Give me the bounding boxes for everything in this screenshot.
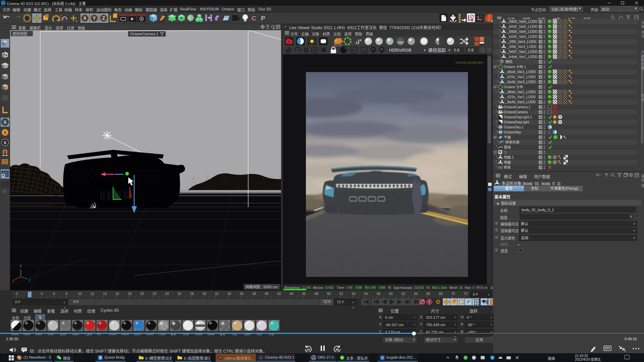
svg-text:F: F [372,48,374,51]
svg-text:_b042_Var5_LOD0: _b042_Var5_LOD0 [507,35,537,39]
svg-text:18: 18 [128,292,132,296]
svg-text:40: 40 [265,292,269,296]
svg-text:36: 36 [240,292,244,296]
svg-text:S: S [4,120,6,125]
svg-text:24: 24 [165,292,169,296]
svg-text:_9905_Var6_LOD0: _9905_Var6_LOD0 [507,29,537,34]
svg-text:0.9: 0.9 [468,48,474,53]
svg-text:_9905_Var6_LOD0: _9905_Var6_LOD0 [507,19,537,23]
svg-text:44: 44 [289,292,293,296]
svg-text:50: 50 [327,292,331,296]
svg-text:_5607_Var2_LOD0: _5607_Var2_LOD0 [507,50,537,54]
svg-text:Octane 分布: Octane 分布 [504,85,523,89]
svg-text:26: 26 [177,292,181,296]
svg-text:▼: ▼ [448,49,451,52]
svg-text:X: X [83,15,87,21]
svg-text:20: 20 [140,292,144,296]
svg-text:42: 42 [277,292,281,296]
svg-text:12: 12 [91,292,95,296]
svg-text:平面: 平面 [504,135,511,139]
svg-text:16: 16 [115,292,119,296]
svg-text:OctaneSky.1: OctaneSky.1 [504,125,524,129]
svg-text:Z: Z [102,15,105,21]
svg-text:Octane 分布.1: Octane 分布.1 [504,65,526,69]
svg-text:0.6: 0.6 [454,48,460,53]
svg-text:样条: 样条 [504,165,511,169]
svg-text:_1f95_Var4_LOD0: _1f95_Var4_LOD0 [507,40,536,44]
svg-text:X: X [12,279,15,283]
svg-text:OctaneCamera.1: OctaneCamera.1 [504,105,531,109]
svg-text:34: 34 [227,292,231,296]
svg-text:_9a4d_Var3_LOD0: _9a4d_Var3_LOD0 [505,100,536,104]
svg-text:地面.1: 地面.1 [504,155,514,159]
svg-text:_d6a4_Var1_LOD0: _d6a4_Var1_LOD0 [505,70,536,74]
svg-text:66: 66 [426,292,430,296]
svg-text:46: 46 [302,292,306,296]
svg-text:10: 10 [78,292,82,296]
svg-text:38: 38 [252,292,256,296]
svg-text:52: 52 [339,292,343,296]
svg-text:_b042_Var5_LOD0: _b042_Var5_LOD0 [507,24,537,28]
svg-text:S: S [4,130,6,135]
svg-text:Y: Y [19,264,22,268]
svg-text:OctaneDayLight.1: OctaneDayLight.1 [504,115,532,119]
svg-text:_9a4d_Var3_LOD0: _9a4d_Var3_LOD0 [505,80,536,84]
svg-text:Y: Y [93,15,96,21]
svg-text:_d6a4_Var1_LOD0: _d6a4_Var1_LOD0 [505,90,536,94]
svg-text:网格间距 : 5000 cm: 网格间距 : 5000 cm [246,285,277,289]
svg-text:MIX: MIX [399,41,402,43]
svg-text:Z: Z [29,278,31,282]
svg-text:10: 10 [307,348,310,351]
svg-text:58: 58 [377,292,381,296]
svg-text:68: 68 [439,292,443,296]
svg-text:62: 62 [401,292,406,296]
svg-text:OctaneCamera: OctaneCamera [504,110,528,114]
svg-text:_631b_Var2_LOD0: _631b_Var2_LOD0 [505,75,536,79]
svg-text:M: M [380,48,383,51]
svg-text:48: 48 [314,292,318,296]
svg-text:样条约束: 样条约束 [505,140,520,144]
svg-text:弧线: 弧线 [504,145,511,149]
svg-text:70: 70 [451,292,455,296]
svg-text:_631b_Var2_LOD0: _631b_Var2_LOD0 [505,95,536,99]
svg-text:30: 30 [335,348,339,351]
svg-text:4: 4 [41,292,43,296]
svg-text:HDR/sRGB: HDR/sRGB [389,48,411,53]
svg-text:图: 图 [381,356,384,360]
svg-text:72: 72 [464,292,468,296]
svg-text:30: 30 [203,292,207,296]
svg-text:28: 28 [190,292,194,296]
svg-text:OctaneDayLight: OctaneDayLight [504,120,529,124]
svg-text:R: R [60,19,62,22]
svg-text:C: C [252,15,256,22]
svg-text:透视视图: 透视视图 [12,32,27,36]
svg-text:随机: 随机 [505,60,513,64]
svg-text:路径追踪: 路径追踪 [428,48,446,53]
svg-text:地面: 地面 [504,160,511,164]
svg-text:56: 56 [364,292,368,296]
svg-text:P: P [261,15,265,22]
svg-text:_00fd_Var3_LOD0: _00fd_Var3_LOD0 [507,45,536,49]
svg-text:R: R [313,48,316,52]
svg-text:6: 6 [53,292,55,296]
svg-text:0: 0 [16,292,18,296]
svg-text:OctaneCamera.1: OctaneCamera.1 [130,32,158,36]
svg-text:54: 54 [352,292,356,296]
svg-text:8: 8 [65,292,67,296]
svg-text:B: B [99,356,101,360]
svg-text:64: 64 [414,292,418,296]
svg-text:S: S [4,140,6,145]
svg-text:生: 生 [504,150,507,154]
svg-text:32: 32 [215,292,219,296]
svg-text:22: 22 [153,292,157,296]
svg-text:_b4dd_Var1_LOD0: _b4dd_Var1_LOD0 [507,55,537,59]
svg-text:▼: ▼ [423,49,426,52]
svg-text:14: 14 [103,292,107,296]
svg-text:( ): ( ) [3,189,6,193]
svg-text:60: 60 [389,292,393,296]
svg-text:P: P [467,300,470,304]
svg-text:OctaneSky: OctaneSky [504,130,521,134]
